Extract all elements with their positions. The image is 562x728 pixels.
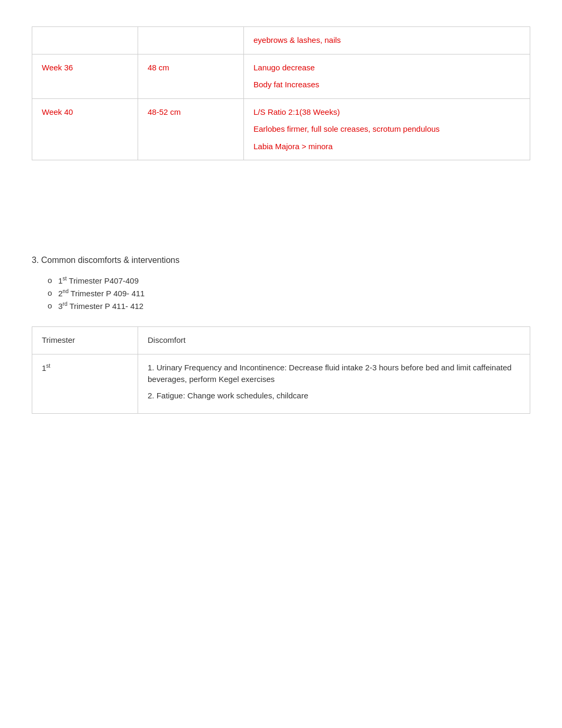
- trimester-header: Trimester: [32, 327, 138, 354]
- features-cell: L/S Ratio 2:1(38 Weeks) Earlobes firmer,…: [244, 98, 530, 160]
- feature-item: Lanugo decrease: [253, 62, 520, 74]
- list-item: 2nd Trimester P 409- 411: [48, 288, 530, 298]
- size-value: 48-52 cm: [148, 107, 181, 116]
- trimester-superscript: st: [46, 363, 50, 369]
- trimester-rest: Trimester P 409- 411: [68, 289, 144, 298]
- size-cell: 48-52 cm: [138, 98, 244, 160]
- feature-item: eyebrows & lashes, nails: [253, 34, 520, 47]
- fetal-development-table-section: eyebrows & lashes, nails Week 36 48 cm L…: [32, 26, 530, 160]
- section3-heading: 3. Common discomforts & interventions: [32, 256, 530, 265]
- week-cell: Week 40: [32, 98, 138, 160]
- size-cell: 48 cm: [138, 54, 244, 98]
- week-cell: [32, 27, 138, 54]
- trimester-bullet-list: 1st Trimester P407-409 2nd Trimester P 4…: [48, 276, 530, 311]
- trimester-rest: Trimester P407-409: [67, 276, 139, 285]
- table-row: Week 36 48 cm Lanugo decrease Body fat I…: [32, 54, 530, 98]
- feature-item: Labia Majora > minora: [253, 141, 520, 153]
- week-label: Week 36: [42, 63, 73, 72]
- features-cell: Lanugo decrease Body fat Increases: [244, 54, 530, 98]
- table-row: eyebrows & lashes, nails: [32, 27, 530, 54]
- discomfort-table: Trimester Discomfort 1st 1. Urinary Freq…: [32, 326, 530, 414]
- trimester-rest: Trimester P 411- 412: [67, 302, 143, 311]
- table-row: 1st 1. Urinary Frequency and Incontinenc…: [32, 354, 530, 414]
- discomfort-cell: 1. Urinary Frequency and Incontinence: D…: [138, 354, 530, 414]
- feature-item: L/S Ratio 2:1(38 Weeks): [253, 106, 520, 119]
- discomfort-item: 2. Fatigue: Change work schedules, child…: [148, 390, 520, 402]
- feature-item: Earlobes firmer, full sole creases, scro…: [253, 123, 520, 135]
- week-cell: Week 36: [32, 54, 138, 98]
- section3-area: 3. Common discomforts & interventions 1s…: [32, 256, 530, 414]
- discomfort-list: 1. Urinary Frequency and Incontinence: D…: [148, 362, 520, 402]
- feature-item: Body fat Increases: [253, 79, 520, 91]
- week-label: Week 40: [42, 107, 73, 116]
- size-cell: [138, 27, 244, 54]
- table-row: Week 40 48-52 cm L/S Ratio 2:1(38 Weeks)…: [32, 98, 530, 160]
- list-item: 3rd Trimester P 411- 412: [48, 301, 530, 311]
- trimester-cell: 1st: [32, 354, 138, 414]
- trimester-sup: rd: [62, 301, 67, 307]
- size-value: 48 cm: [148, 63, 169, 72]
- trimester-sup: st: [62, 276, 67, 281]
- trimester-sup: nd: [62, 288, 68, 294]
- discomfort-item: 1. Urinary Frequency and Incontinence: D…: [148, 362, 520, 386]
- fetal-development-table: eyebrows & lashes, nails Week 36 48 cm L…: [32, 26, 530, 160]
- list-item: 1st Trimester P407-409: [48, 276, 530, 285]
- features-cell: eyebrows & lashes, nails: [244, 27, 530, 54]
- table-header-row: Trimester Discomfort: [32, 327, 530, 354]
- discomfort-header: Discomfort: [138, 327, 530, 354]
